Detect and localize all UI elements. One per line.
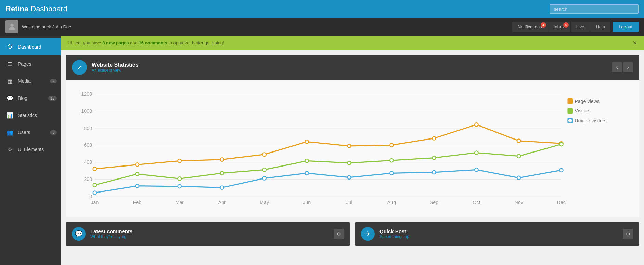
svg-text:1000: 1000 (81, 108, 92, 114)
svg-point-48 (475, 151, 478, 154)
chart-trend-icon: ↗ (77, 63, 82, 71)
svg-point-51 (93, 191, 96, 194)
chart-body: 020040060080010001200JanFebMarAprMayJunJ… (66, 80, 639, 217)
chart-prev-button[interactable]: ‹ (612, 62, 622, 72)
alert-comments-link[interactable]: 16 comments (139, 40, 167, 45)
sidebar-item-users[interactable]: 👥 Users 3 (0, 124, 61, 141)
svg-text:400: 400 (84, 159, 92, 165)
alert-middle: and (129, 40, 139, 45)
chart-section: ↗ Website Statistics An insiders view ‹ … (66, 55, 639, 217)
media-badge: 7 (50, 79, 57, 83)
quick-post-subtitle: Speed things up (379, 234, 409, 239)
svg-point-29 (178, 159, 181, 162)
svg-point-39 (93, 183, 96, 187)
main-layout: ⏱ Dashboard ☰ Pages ▦ Media 7 💬 Blog 12 … (0, 36, 644, 265)
latest-comments-card: 💬 Latest comments What they're saying ⚙ (66, 222, 350, 246)
nav-buttons: Notifications 4 Inbox 6 Live Help Logout (512, 22, 639, 32)
svg-point-54 (220, 186, 224, 189)
topbar: Retina Dashboard (0, 0, 644, 18)
svg-point-31 (262, 153, 266, 156)
sidebar-label-users: Users (18, 130, 30, 135)
dashboard-icon: ⏱ (6, 43, 14, 51)
notifications-button[interactable]: Notifications 4 (512, 22, 548, 32)
quick-post-settings-button[interactable]: ⚙ (623, 229, 633, 239)
chart-header-left: ↗ Website Statistics An insiders view (72, 60, 139, 75)
logout-button[interactable]: Logout (613, 22, 639, 32)
logo: Retina Dashboard (5, 4, 67, 13)
svg-text:Nov: Nov (515, 200, 524, 205)
user-info: Welcome back John Doe (5, 20, 71, 33)
user-avatar-icon (7, 22, 17, 31)
sidebar-label-pages: Pages (18, 61, 31, 67)
chart-next-button[interactable]: › (623, 62, 633, 72)
blog-icon: 💬 (6, 94, 14, 102)
media-icon: ▦ (6, 77, 14, 85)
blog-badge: 12 (48, 96, 57, 101)
userbar: Welcome back John Doe Notifications 4 In… (0, 18, 644, 36)
sidebar-label-dashboard: Dashboard (18, 44, 41, 50)
svg-point-52 (136, 184, 139, 188)
svg-point-56 (305, 171, 308, 175)
svg-rect-63 (567, 98, 573, 104)
svg-text:Oct: Oct (473, 200, 480, 205)
svg-point-41 (178, 177, 181, 180)
svg-text:Dec: Dec (557, 200, 566, 205)
logo-text: Dashboard (28, 4, 67, 13)
alert-close-button[interactable]: ✕ (633, 40, 637, 46)
quick-post-icon-circle: ✈ (361, 227, 375, 241)
svg-point-27 (93, 167, 96, 171)
svg-text:Visitors: Visitors (575, 108, 591, 114)
svg-text:Apr: Apr (218, 200, 226, 205)
svg-point-34 (390, 143, 393, 147)
svg-point-45 (347, 161, 351, 164)
sidebar-item-pages[interactable]: ☰ Pages (0, 55, 61, 72)
chart-title: Website Statistics (92, 62, 139, 68)
comments-icon-circle: 💬 (72, 227, 86, 241)
latest-comments-header: 💬 Latest comments What they're saying ⚙ (66, 222, 350, 246)
quick-post-header: ✈ Quick Post Speed things up ⚙ (355, 222, 639, 246)
alert-banner: Hi Lee, you have 3 new pages and 16 comm… (61, 36, 644, 50)
svg-point-53 (178, 185, 181, 188)
sidebar-label-statistics: Statistics (18, 112, 37, 118)
comments-icon: 💬 (75, 230, 82, 238)
svg-point-36 (475, 123, 478, 126)
sidebar-label-ui-elements: UI Elements (18, 147, 44, 152)
svg-point-35 (432, 136, 436, 140)
svg-point-44 (305, 159, 308, 162)
inbox-button[interactable]: Inbox 6 (548, 22, 570, 32)
svg-text:1200: 1200 (81, 91, 92, 97)
ui-elements-icon: ⚙ (6, 146, 14, 153)
svg-point-43 (262, 168, 266, 171)
svg-point-62 (559, 169, 563, 172)
search-input[interactable] (550, 4, 639, 14)
pages-icon: ☰ (6, 60, 14, 68)
comments-title: Latest comments (90, 228, 132, 234)
svg-text:Mar: Mar (176, 200, 184, 205)
sidebar-item-ui-elements[interactable]: ⚙ UI Elements (0, 141, 61, 158)
alert-text: Hi Lee, you have 3 new pages and 16 comm… (68, 40, 224, 45)
svg-text:Aug: Aug (387, 200, 396, 205)
sidebar-item-media[interactable]: ▦ Media 7 (0, 72, 61, 90)
svg-point-69 (568, 118, 572, 123)
comments-settings-button[interactable]: ⚙ (334, 229, 344, 239)
welcome-text: Welcome back John Doe (22, 24, 71, 29)
svg-point-37 (517, 139, 520, 143)
sidebar-item-statistics[interactable]: 📊 Statistics (0, 107, 61, 124)
help-button[interactable]: Help (590, 22, 610, 32)
svg-point-30 (220, 158, 224, 161)
sidebar-item-blog[interactable]: 💬 Blog 12 (0, 90, 61, 107)
quick-post-header-left: ✈ Quick Post Speed things up (361, 227, 409, 241)
sidebar-item-dashboard[interactable]: ⏱ Dashboard (0, 38, 61, 55)
chart-navigation: ‹ › (612, 62, 633, 72)
chart-titles: Website Statistics An insiders view (92, 62, 139, 73)
svg-rect-65 (567, 108, 573, 114)
live-button[interactable]: Live (571, 22, 590, 32)
inbox-badge: 6 (563, 22, 569, 28)
svg-text:600: 600 (84, 142, 92, 148)
svg-point-50 (559, 143, 563, 146)
alert-pages-link[interactable]: 3 new pages (102, 40, 129, 45)
users-badge: 3 (50, 130, 57, 135)
svg-point-46 (390, 159, 393, 162)
quick-post-card: ✈ Quick Post Speed things up ⚙ (355, 222, 639, 246)
svg-point-59 (432, 171, 436, 174)
